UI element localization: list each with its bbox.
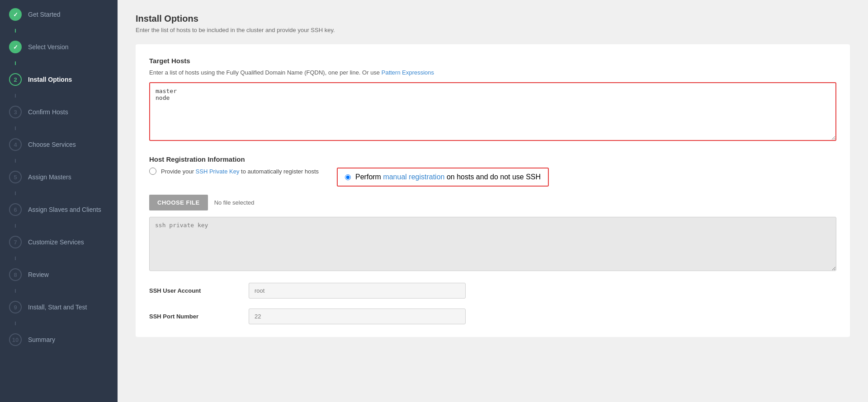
ssh-key-option: Provide your SSH Private Key to automati… [149, 168, 319, 175]
ssh-port-input[interactable] [249, 309, 466, 324]
sidebar-label-assign-masters: Assign Masters [28, 173, 71, 181]
sidebar-item-review[interactable]: 8 Review [0, 260, 118, 289]
sidebar-label-install-options: Install Options [28, 76, 72, 83]
connector-1 [15, 29, 16, 33]
ssh-key-textarea[interactable] [149, 217, 836, 271]
step-icon-review: 8 [9, 268, 22, 281]
sidebar-label-choose-services: Choose Services [28, 141, 76, 148]
manual-registration-option: Perform manual registration on hosts and… [337, 168, 549, 187]
hosts-textarea[interactable]: master node [149, 82, 836, 141]
ssh-private-key-link[interactable]: SSH Private Key [196, 168, 240, 175]
sidebar-label-assign-slaves: Assign Slaves and Clients [28, 206, 101, 213]
target-hosts-section: Target Hosts Enter a list of hosts using… [149, 57, 836, 143]
sidebar: ✓ Get Started ✓ Select Version 2 Install… [0, 0, 118, 402]
manual-registration-link[interactable]: manual registration [383, 173, 444, 181]
connector-3 [15, 94, 16, 98]
connector-9 [15, 289, 16, 293]
step-icon-choose-services: 4 [9, 138, 22, 151]
target-hosts-title: Target Hosts [149, 57, 836, 65]
sidebar-item-summary[interactable]: 10 Summary [0, 325, 118, 354]
ssh-key-label: Provide your SSH Private Key to automati… [161, 168, 319, 175]
sidebar-item-select-version[interactable]: ✓ Select Version [0, 33, 118, 61]
step-icon-confirm-hosts: 3 [9, 106, 22, 118]
connector-7 [15, 224, 16, 228]
sidebar-label-summary: Summary [28, 336, 55, 343]
sidebar-item-install-start-test[interactable]: 9 Install, Start and Test [0, 293, 118, 322]
sidebar-item-get-started[interactable]: ✓ Get Started [0, 0, 118, 29]
connector-2 [15, 61, 16, 65]
registration-section-title: Host Registration Information [149, 155, 836, 163]
main-content: Install Options Enter the list of hosts … [118, 0, 868, 402]
sidebar-item-confirm-hosts[interactable]: 3 Confirm Hosts [0, 98, 118, 126]
sidebar-label-review: Review [28, 271, 49, 278]
sidebar-item-assign-masters[interactable]: 5 Assign Masters [0, 163, 118, 192]
connector-5 [15, 159, 16, 163]
radio-options-container: Provide your SSH Private Key to automati… [149, 168, 836, 187]
check-icon-select-version: ✓ [9, 41, 22, 53]
pattern-expressions-link[interactable]: Pattern Expressions [382, 69, 434, 76]
install-options-card: Target Hosts Enter a list of hosts using… [136, 44, 850, 337]
step-icon-install-options: 2 [9, 73, 22, 86]
sidebar-label-customize-services: Customize Services [28, 238, 84, 246]
sidebar-label-confirm-hosts: Confirm Hosts [28, 108, 68, 116]
connector-4 [15, 126, 16, 130]
no-file-text: No file selected [214, 199, 255, 206]
step-icon-assign-masters: 5 [9, 171, 22, 183]
ssh-user-row: SSH User Account [149, 283, 836, 299]
step-icon-assign-slaves: 6 [9, 203, 22, 216]
ssh-user-input[interactable] [249, 283, 466, 299]
connector-8 [15, 257, 16, 260]
step-icon-summary: 10 [9, 333, 22, 346]
target-hosts-desc: Enter a list of hosts using the Fully Qu… [149, 69, 836, 76]
registration-section: Host Registration Information Provide yo… [149, 155, 836, 273]
manual-registration-radio[interactable] [345, 174, 351, 180]
ssh-port-row: SSH Port Number [149, 309, 836, 324]
connector-6 [15, 192, 16, 195]
choose-file-button[interactable]: CHOOSE FILE [149, 195, 208, 210]
connector-10 [15, 322, 16, 325]
sidebar-item-choose-services[interactable]: 4 Choose Services [0, 130, 118, 159]
sidebar-item-customize-services[interactable]: 7 Customize Services [0, 228, 118, 257]
ssh-user-label: SSH User Account [149, 287, 240, 294]
step-icon-install-start-test: 9 [9, 301, 22, 313]
manual-registration-label: Perform manual registration on hosts and… [355, 173, 541, 181]
file-chooser-row: CHOOSE FILE No file selected [149, 195, 836, 210]
sidebar-label-select-version: Select Version [28, 43, 69, 51]
sidebar-label-install-start-test: Install, Start and Test [28, 304, 87, 311]
sidebar-item-install-options[interactable]: 2 Install Options [0, 65, 118, 94]
sidebar-item-assign-slaves[interactable]: 6 Assign Slaves and Clients [0, 195, 118, 224]
ssh-key-radio[interactable] [149, 168, 156, 175]
step-icon-customize-services: 7 [9, 236, 22, 248]
sidebar-label-get-started: Get Started [28, 11, 61, 18]
ssh-port-label: SSH Port Number [149, 313, 240, 320]
page-subtitle: Enter the list of hosts to be included i… [136, 27, 850, 33]
check-icon-get-started: ✓ [9, 8, 22, 21]
page-title: Install Options [136, 14, 850, 24]
